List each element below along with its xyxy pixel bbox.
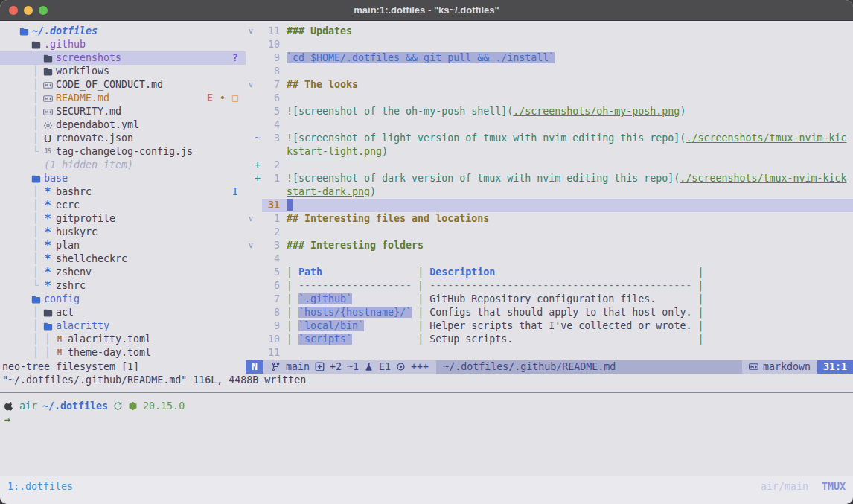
tmux-right-status: air/main TMUX bbox=[761, 480, 846, 494]
line-number: 5 bbox=[262, 105, 280, 118]
folder-icon bbox=[42, 67, 54, 77]
tree-guide: │ bbox=[30, 226, 42, 239]
tree-item-dotfiles[interactable]: ~/.dotfiles bbox=[0, 25, 246, 38]
tree-item-ecrc[interactable]: │*ecrc bbox=[0, 199, 246, 212]
editor-line[interactable]: v1## Interesting files and locations bbox=[246, 212, 853, 226]
editor-text-segment: `scripts` bbox=[298, 334, 352, 345]
editor-line[interactable]: 6 bbox=[246, 92, 853, 105]
fold-marker bbox=[246, 266, 253, 279]
editor-line[interactable]: 8| `hosts/{hostname}/` | Configs that sh… bbox=[246, 306, 853, 319]
editor-line[interactable]: start-dark.png) bbox=[246, 185, 853, 199]
record-icon bbox=[396, 360, 406, 374]
editor-line[interactable]: ~3![screenshot of light version of tmux … bbox=[246, 132, 853, 145]
apple-icon bbox=[4, 400, 14, 413]
tree-item-readme-md[interactable]: │README.mdE•□ bbox=[0, 92, 246, 105]
tree-item-alacritty[interactable]: │alacritty bbox=[0, 319, 246, 333]
fold-marker bbox=[246, 333, 253, 346]
editor-line[interactable]: kstart-light.png) bbox=[246, 145, 853, 159]
editor-text-segment: Description bbox=[429, 267, 495, 278]
editor-text-segment: ./screenshots/tmux-nvim-kic bbox=[686, 133, 846, 144]
tree-item-zshenv[interactable]: │*zshenv bbox=[0, 266, 246, 279]
gitsign bbox=[253, 105, 262, 118]
tree-item-zshrc[interactable]: └*zshrc bbox=[0, 279, 246, 293]
tree-item-workflows[interactable]: │workflows bbox=[0, 65, 246, 78]
fold-marker[interactable]: v bbox=[246, 25, 253, 38]
editor-line[interactable]: v7## The looks bbox=[246, 78, 853, 92]
editor-line[interactable]: +2 bbox=[246, 159, 853, 172]
minimize-button[interactable] bbox=[24, 6, 33, 15]
tree-item-base[interactable]: base bbox=[0, 172, 246, 185]
line-number: 6 bbox=[262, 92, 280, 105]
gitsign bbox=[253, 25, 262, 38]
editor-line[interactable]: v3### Interesting folders bbox=[246, 239, 853, 252]
editor-line[interactable]: 4 bbox=[246, 118, 853, 132]
editor-line[interactable]: 7| `.github` | GitHub Repository configu… bbox=[246, 293, 853, 306]
line-number: 7 bbox=[262, 293, 280, 306]
tree-item-bashrc[interactable]: │*bashrcI bbox=[0, 185, 246, 199]
gitsign bbox=[253, 212, 262, 226]
tree-item-security-md[interactable]: │SECURITY.md bbox=[0, 105, 246, 118]
editor-text-segment: | bbox=[287, 307, 298, 318]
editor-line[interactable]: v11### Updates bbox=[246, 25, 853, 38]
tree-item-config[interactable]: config bbox=[0, 293, 246, 306]
editor-line[interactable]: 31 bbox=[246, 199, 853, 212]
prompt-host: air bbox=[19, 400, 37, 413]
gear-icon bbox=[42, 121, 54, 130]
editor-line[interactable]: 5![screenshot of the oh-my-posh shell](.… bbox=[246, 105, 853, 118]
editor-text-segment: | bbox=[418, 293, 429, 304]
editor-line[interactable]: 4 bbox=[246, 252, 853, 266]
tree-item-shellcheckrc[interactable]: │*shellcheckrc bbox=[0, 252, 246, 266]
tree-guide: │ bbox=[30, 118, 42, 132]
editor-line[interactable]: +1![screenshot of dark version of tmux w… bbox=[246, 172, 853, 185]
markdown-file-icon bbox=[42, 107, 54, 117]
tree-guide: │ bbox=[30, 199, 42, 212]
tree-item-dependabot-yml[interactable]: │dependabot.yml bbox=[0, 118, 246, 132]
close-button[interactable] bbox=[9, 6, 18, 15]
editor-line[interactable]: 8 bbox=[246, 65, 853, 78]
tree-item-theme-day-toml[interactable]: ││Mtheme-day.toml bbox=[0, 346, 246, 360]
tmux-window-tab[interactable]: 1:.dotfiles bbox=[7, 480, 73, 494]
editor-text-segment: | bbox=[287, 334, 298, 345]
vim-mode-indicator: N bbox=[246, 360, 263, 374]
line-number: 1 bbox=[262, 212, 280, 226]
fold-marker bbox=[246, 65, 253, 78]
editor-text-segment: ![screenshot of the oh-my-posh shell]( bbox=[287, 106, 513, 117]
editor-line[interactable]: 5| Path | Description | bbox=[246, 266, 853, 279]
editor-line[interactable]: 10 bbox=[246, 38, 853, 51]
tree-item-alacritty-toml[interactable]: ││Malacritty.toml bbox=[0, 333, 246, 346]
editor-text-segment: start-dark.png bbox=[287, 186, 370, 197]
gitsign bbox=[253, 78, 262, 92]
editor-text-segment: Configs that should apply to that host o… bbox=[429, 307, 691, 318]
terminal-window: main:1:.dotfiles - "ks~/.dotfiles" ~/.do… bbox=[0, 0, 853, 504]
tree-item-gitprofile[interactable]: │*gitprofile bbox=[0, 212, 246, 226]
cursor-block bbox=[287, 199, 293, 211]
editor-line[interactable]: 10| `scripts` | Setup scripts. | bbox=[246, 333, 853, 346]
editor-text-segment: | bbox=[287, 320, 298, 331]
editor-line[interactable]: 6| ------------------- | ---------------… bbox=[246, 279, 853, 293]
tree-item-tag-changelog-config-js[interactable]: └JStag-changelog-config.js bbox=[0, 145, 246, 159]
editor-line[interactable]: 11 bbox=[246, 346, 853, 360]
tree-item-huskyrc[interactable]: │*huskyrc bbox=[0, 226, 246, 239]
fold-marker[interactable]: v bbox=[246, 239, 253, 252]
tree-item-code-of-conduct-md[interactable]: │CODE_OF_CONDUCT.md bbox=[0, 78, 246, 92]
filetype-segment: markdown bbox=[742, 360, 817, 374]
tree-item-1-hidden-item[interactable]: (1 hidden item) bbox=[0, 159, 246, 172]
tree-item-github[interactable]: .github bbox=[0, 38, 246, 51]
editor-line[interactable]: 9`cd $HOME/.dotfiles && git pull && ./in… bbox=[246, 51, 853, 65]
zoom-button[interactable] bbox=[39, 6, 48, 15]
fold-marker bbox=[246, 293, 253, 306]
editor-text-segment: `.github` bbox=[298, 293, 352, 304]
editor-line[interactable]: 2 bbox=[246, 226, 853, 239]
tree-item-renovate-json[interactable]: │{}renovate.json bbox=[0, 132, 246, 145]
fold-marker[interactable]: v bbox=[246, 212, 253, 226]
node-icon bbox=[128, 400, 138, 413]
editor-text-segment: ## Interesting files and locations bbox=[287, 213, 489, 224]
fold-marker[interactable]: v bbox=[246, 78, 253, 92]
tree-item-plan[interactable]: │*plan bbox=[0, 239, 246, 252]
editor-text-segment bbox=[656, 293, 697, 304]
tree-item-act[interactable]: │act bbox=[0, 306, 246, 319]
fold-marker bbox=[246, 92, 253, 105]
editor-line[interactable]: 9| `local/bin` | Helper scripts that I'v… bbox=[246, 319, 853, 333]
tree-item-screenshots[interactable]: screenshots? bbox=[0, 51, 246, 65]
shell-pane[interactable]: air ~/.dotfiles 20.15.0 → bbox=[0, 393, 853, 476]
